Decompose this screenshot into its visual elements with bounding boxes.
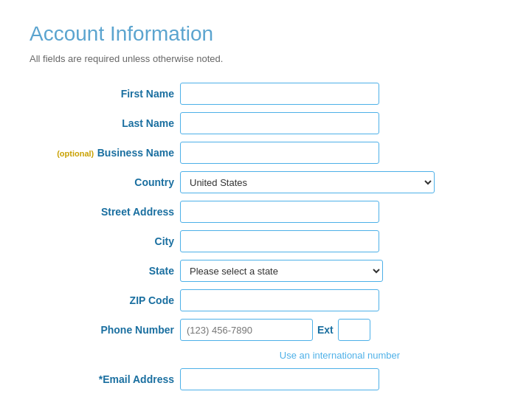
state-label-cell: State [30,256,177,286]
receipt-note-row: *Your receipt will be sent to this addre… [30,394,502,397]
zip-code-label-cell: ZIP Code [30,286,177,315]
business-name-label: Business Name [97,147,174,159]
intl-link-label-cell [30,345,177,365]
business-name-input[interactable] [180,142,379,164]
country-row: Country United States Canada United King… [30,168,502,197]
email-field-cell [177,365,502,394]
intl-link-row: Use an international number [30,345,502,365]
phone-number-row: Phone Number Ext [30,315,502,345]
phone-number-label-cell: Phone Number [30,315,177,345]
last-name-field-cell [177,108,502,138]
country-field-cell: United States Canada United Kingdom Aust… [177,168,502,197]
zip-code-input[interactable] [180,289,379,311]
last-name-label: Last Name [122,117,174,129]
intl-link-cell: Use an international number [177,345,502,365]
first-name-input[interactable] [180,83,379,105]
street-address-input[interactable] [180,201,379,223]
zip-code-label: ZIP Code [130,294,174,306]
country-label-cell: Country [30,168,177,197]
state-row: State Please select a state Alabama Alas… [30,256,502,286]
state-label: State [149,265,174,277]
street-address-field-cell [177,197,502,227]
phone-row-container: Ext [180,319,500,341]
country-select[interactable]: United States Canada United Kingdom Aust… [180,171,435,193]
email-label: *Email Address [99,373,174,385]
last-name-label-cell: Last Name [30,108,177,138]
street-address-label: Street Address [101,206,174,218]
first-name-field-cell [177,79,502,108]
country-label: Country [134,176,174,188]
city-field-cell [177,227,502,256]
ext-label: Ext [317,324,334,336]
email-input[interactable] [180,368,379,390]
state-field-cell: Please select a state Alabama Alaska Ari… [177,256,502,286]
email-row: *Email Address [30,365,502,394]
account-form: First Name Last Name (optional) Business… [30,79,502,397]
receipt-note-cell: *Your receipt will be sent to this addre… [177,394,502,397]
business-name-label-cell: (optional) Business Name [30,138,177,168]
city-label-cell: City [30,227,177,256]
business-name-field-cell [177,138,502,168]
first-name-label: First Name [121,88,174,100]
ext-input[interactable] [338,319,370,341]
last-name-input[interactable] [180,112,379,134]
receipt-note-label-cell [30,394,177,397]
phone-number-field-cell: Ext [177,315,502,345]
first-name-label-cell: First Name [30,79,177,108]
optional-tag: (optional) [57,149,94,158]
phone-number-label: Phone Number [100,324,174,336]
page-title: Account Information [30,22,502,46]
email-label-cell: *Email Address [30,365,177,394]
business-name-row: (optional) Business Name [30,138,502,168]
intl-number-link[interactable]: Use an international number [180,350,500,361]
first-name-row: First Name [30,79,502,108]
city-row: City [30,227,502,256]
last-name-row: Last Name [30,108,502,138]
city-label: City [155,235,174,247]
street-address-label-cell: Street Address [30,197,177,227]
state-select[interactable]: Please select a state Alabama Alaska Ari… [180,260,383,282]
street-address-row: Street Address [30,197,502,227]
zip-code-field-cell [177,286,502,315]
phone-input[interactable] [180,319,313,341]
form-subtitle: All fields are required unless otherwise… [30,53,502,64]
zip-code-row: ZIP Code [30,286,502,315]
city-input[interactable] [180,230,379,252]
